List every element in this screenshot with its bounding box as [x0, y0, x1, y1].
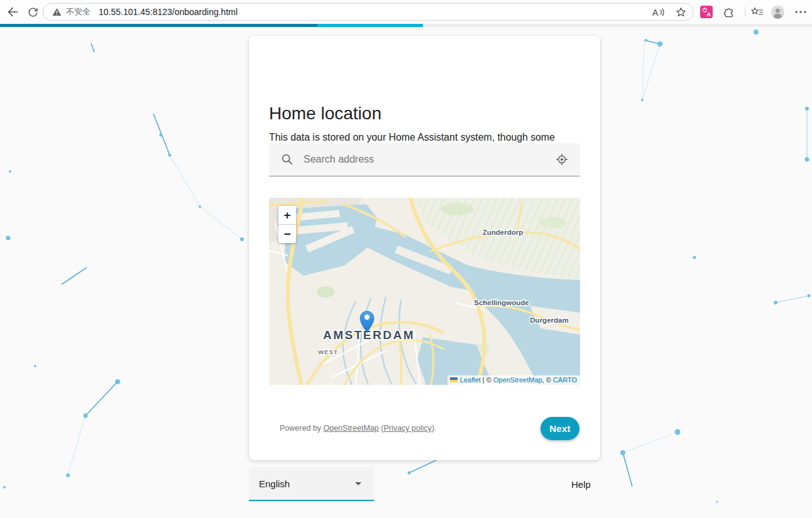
map-label-zunderdorp: Zunderdorp [483, 229, 524, 236]
powered-by-text: Powered by [280, 424, 323, 433]
translate-icon: A [700, 6, 713, 18]
refresh-icon [27, 6, 39, 18]
search-address-input[interactable] [302, 153, 554, 166]
map-label-amsterdam: AMSTERDAM [323, 328, 415, 342]
ellipsis-icon [795, 11, 806, 13]
progress-fill-light [317, 24, 423, 27]
security-label: 不安全 [66, 6, 91, 18]
location-map[interactable]: Zunderdorp Schellingwoude Durgerdam AMST… [269, 198, 580, 385]
progress-fill-dark [0, 24, 317, 27]
map-label-west: WEST [318, 348, 338, 355]
star-list-icon [750, 6, 764, 18]
powered-by-line: Powered by OpenStreetMap (Privacy policy… [280, 424, 436, 433]
browser-toolbar: 不安全 10.55.101.45:8123/onboarding.html A … [0, 0, 812, 24]
refresh-button[interactable] [24, 0, 41, 24]
help-link[interactable]: Help [571, 479, 591, 490]
map-label-durgerdam: Durgerdam [530, 316, 568, 324]
chevron-down-icon [355, 482, 361, 485]
zoom-out-button[interactable]: − [278, 224, 296, 243]
back-arrow-icon [6, 5, 19, 19]
detect-location-button[interactable] [554, 151, 570, 168]
address-search-field[interactable] [269, 143, 580, 176]
leaflet-link[interactable]: Leaflet [460, 376, 481, 384]
favorites-list-button[interactable] [750, 0, 764, 24]
back-button[interactable] [4, 0, 21, 24]
read-aloud-icon[interactable]: A [652, 7, 666, 18]
address-bar[interactable]: 不安全 10.55.101.45:8123/onboarding.html A [43, 3, 694, 21]
settings-menu-button[interactable] [793, 0, 809, 24]
search-icon [280, 153, 294, 166]
avatar-icon [771, 5, 785, 19]
svg-text:A: A [706, 11, 711, 18]
page-load-progress [0, 24, 812, 27]
extensions-button[interactable] [723, 0, 737, 24]
home-location-card: Home location This data is stored on you… [249, 36, 600, 460]
language-select[interactable]: English [249, 467, 374, 501]
my-location-icon [555, 153, 569, 166]
carto-link[interactable]: CARTO [553, 376, 577, 384]
svg-text:A: A [652, 8, 659, 17]
profile-button[interactable] [771, 0, 785, 24]
privacy-policy-link[interactable]: Privacy policy [383, 424, 431, 433]
language-select-value: English [259, 478, 355, 489]
openstreetmap-link[interactable]: OpenStreetMap [323, 424, 378, 433]
translate-button[interactable]: A [700, 0, 713, 24]
url-text[interactable]: 10.55.101.45:8123/onboarding.html [99, 7, 647, 17]
attribution-separator: | © [481, 376, 493, 384]
not-secure-warning-icon [52, 8, 62, 16]
attribution-separator: , © [542, 376, 553, 384]
map-tiles: Zunderdorp Schellingwoude Durgerdam AMST… [269, 198, 580, 385]
map-zoom-control: + − [278, 206, 296, 243]
map-label-schellingwoude: Schellingwoude [474, 299, 529, 306]
ukraine-flag-icon [450, 377, 458, 382]
page-title: Home location [269, 104, 381, 124]
next-button[interactable]: Next [540, 417, 579, 440]
favorite-star-icon[interactable] [675, 6, 687, 18]
zoom-in-button[interactable]: + [278, 206, 296, 224]
toolbar-divider [745, 7, 745, 17]
openstreetmap-attribution-link[interactable]: OpenStreetMap [493, 376, 542, 384]
map-attribution: Leaflet | © OpenStreetMap, © CARTO [447, 375, 580, 385]
puzzle-icon [723, 6, 736, 18]
powered-by-text: ). [432, 424, 437, 433]
